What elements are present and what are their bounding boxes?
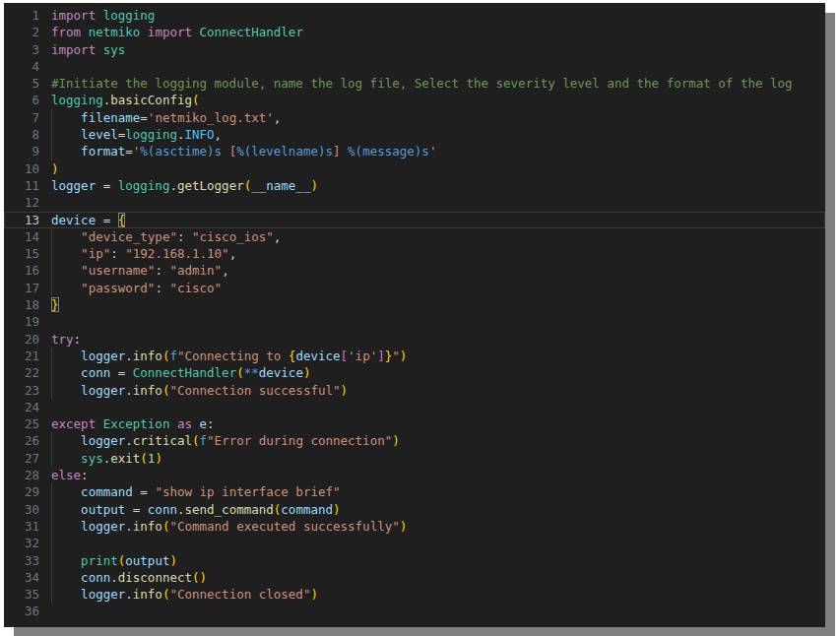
line-number[interactable]: 34 [4,569,39,586]
code-line-row[interactable]: 23 logger.info("Connection successful") [4,382,825,399]
code-line[interactable]: logger.critical(f"Error during connectio… [51,432,825,449]
line-number[interactable]: 20 [4,331,39,348]
code-line-row[interactable]: 14 "device_type": "cisco_ios", [4,228,825,245]
line-number[interactable]: 14 [4,228,39,245]
code-line[interactable]: logger = logging.getLogger(__name__) [51,177,825,194]
code-line[interactable]: ) [51,160,825,177]
code-line[interactable]: "password": "cisco" [51,280,825,296]
code-line[interactable]: logger.info(f"Connecting to {device['ip'… [51,348,825,364]
code-line-row[interactable]: 3import sys [4,41,825,58]
code-line-row[interactable]: 29 command = "show ip interface brief" [4,483,825,500]
code-line-row[interactable]: 13device = { [4,212,825,228]
line-number[interactable]: 35 [4,586,39,603]
code-line-row[interactable]: 2from netmiko import ConnectHandler [4,24,825,40]
line-number[interactable]: 13 [4,212,39,228]
code-line[interactable]: #Initiate the logging module, name the l… [51,75,825,92]
code-line[interactable]: from netmiko import ConnectHandler [51,24,825,40]
line-number[interactable]: 32 [4,535,39,551]
code-line[interactable]: sys.exit(1) [51,450,825,467]
line-number[interactable]: 28 [4,467,39,483]
code-line-row[interactable]: 16 "username": "admin", [4,262,825,279]
line-number[interactable]: 2 [4,24,39,40]
line-number[interactable]: 18 [4,296,39,313]
code-line[interactable]: level=logging.INFO, [51,126,825,143]
code-line-row[interactable]: 26 logger.critical(f"Error during connec… [4,432,825,449]
code-line[interactable]: } [51,296,825,313]
code-line-row[interactable]: 1import logging [4,7,825,24]
code-line[interactable]: "device_type": "cisco_ios", [51,228,825,245]
line-number[interactable]: 1 [4,7,39,24]
code-line-row[interactable]: 28else: [4,467,825,483]
line-number[interactable]: 6 [4,92,39,108]
line-number[interactable]: 24 [4,399,39,415]
code-line-row[interactable]: 34 conn.disconnect() [4,569,825,586]
code-line-row[interactable]: 19 [4,313,825,330]
line-number[interactable]: 8 [4,126,39,143]
line-number[interactable]: 10 [4,160,39,177]
code-line[interactable]: try: [51,331,825,348]
code-line-row[interactable]: 30 output = conn.send_command(command) [4,501,825,518]
line-number[interactable]: 16 [4,262,39,279]
line-number[interactable]: 30 [4,501,39,518]
line-number[interactable]: 11 [4,177,39,194]
code-line[interactable]: logger.info("Command executed successful… [51,518,825,535]
code-line[interactable]: logger.info("Connection closed") [51,586,825,603]
code-line-row[interactable]: 8 level=logging.INFO, [4,126,825,143]
line-number[interactable]: 7 [4,109,39,126]
code-line[interactable]: import logging [51,7,825,24]
code-line-row[interactable]: 33 print(output) [4,552,825,569]
code-line[interactable]: output = conn.send_command(command) [51,501,825,518]
code-line[interactable]: format='%(asctime)s [%(levelname)s] %(me… [51,143,825,159]
line-number[interactable]: 19 [4,313,39,330]
code-line-row[interactable]: 36 [4,603,825,619]
line-number[interactable]: 27 [4,450,39,467]
code-line[interactable]: conn.disconnect() [51,569,825,586]
line-number[interactable]: 9 [4,143,39,159]
line-number[interactable]: 36 [4,603,39,619]
code-line[interactable]: device = { [51,212,825,228]
code-line-row[interactable]: 20try: [4,331,825,348]
line-number[interactable]: 23 [4,382,39,399]
code-line-row[interactable]: 27 sys.exit(1) [4,450,825,467]
code-line-row[interactable]: 11logger = logging.getLogger(__name__) [4,177,825,194]
line-number[interactable]: 5 [4,75,39,92]
code-line-row[interactable]: 17 "password": "cisco" [4,280,825,296]
line-number[interactable]: 31 [4,518,39,535]
line-number[interactable]: 33 [4,552,39,569]
line-number[interactable]: 15 [4,245,39,262]
code-line-row[interactable]: 32 [4,535,825,551]
code-line-row[interactable]: 18} [4,296,825,313]
line-number[interactable]: 4 [4,58,39,75]
line-number[interactable]: 26 [4,432,39,449]
code-line[interactable]: filename='netmiko_log.txt', [51,109,825,126]
code-line-row[interactable]: 6logging.basicConfig( [4,92,825,108]
code-line-row[interactable]: 24 [4,399,825,415]
code-line[interactable]: "ip": "192.168.1.10", [51,245,825,262]
code-line-row[interactable]: 10) [4,160,825,177]
code-line-row[interactable]: 12 [4,194,825,211]
code-line[interactable]: conn = ConnectHandler(**device) [51,364,825,381]
code-line-row[interactable]: 9 format='%(asctime)s [%(levelname)s] %(… [4,143,825,159]
line-number[interactable]: 22 [4,364,39,381]
line-number[interactable]: 17 [4,280,39,296]
code-line[interactable]: "username": "admin", [51,262,825,279]
code-line[interactable]: command = "show ip interface brief" [51,483,825,500]
code-line[interactable]: else: [51,467,825,483]
code-line[interactable]: logger.info("Connection successful") [51,382,825,399]
code-line-row[interactable]: 4 [4,58,825,75]
line-number[interactable]: 21 [4,348,39,364]
code-line-row[interactable]: 22 conn = ConnectHandler(**device) [4,364,825,381]
line-number[interactable]: 29 [4,483,39,500]
code-line[interactable]: import sys [51,41,825,58]
code-editor[interactable]: 1import logging2from netmiko import Conn… [4,3,825,627]
code-line[interactable]: except Exception as e: [51,415,825,432]
code-line-row[interactable]: 5#Initiate the logging module, name the … [4,75,825,92]
line-number[interactable]: 25 [4,415,39,432]
code-line-row[interactable]: 21 logger.info(f"Connecting to {device['… [4,348,825,364]
code-line-row[interactable]: 15 "ip": "192.168.1.10", [4,245,825,262]
line-number[interactable]: 3 [4,41,39,58]
code-line-row[interactable]: 35 logger.info("Connection closed") [4,586,825,603]
code-line[interactable]: print(output) [51,552,825,569]
code-line[interactable]: logging.basicConfig( [51,92,825,108]
code-line-row[interactable]: 7 filename='netmiko_log.txt', [4,109,825,126]
